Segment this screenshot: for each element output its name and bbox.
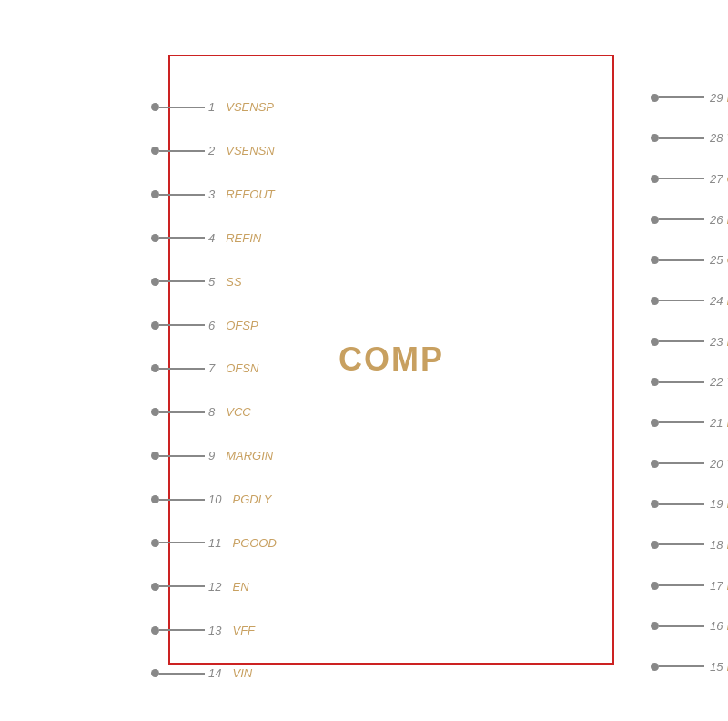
pin-line (159, 455, 205, 457)
pin-line (659, 503, 704, 505)
pin-number: 5 (208, 275, 215, 289)
pin-right-22: TSOC22 (651, 375, 728, 389)
pin-line (659, 381, 704, 383)
pin-right-29: EPAD29 (651, 91, 728, 105)
pin-line (159, 237, 205, 239)
pin-dot (651, 419, 659, 427)
pin-number: 3 (208, 188, 215, 201)
pin-dot (151, 190, 159, 198)
pin-number: 26 (710, 213, 723, 227)
pin-right-28: VDIFF28 (651, 131, 728, 145)
pin-number: 6 (208, 319, 215, 332)
pin-dot (151, 234, 159, 242)
pin-number: 17 (710, 579, 723, 593)
pin-line (159, 368, 205, 370)
pin-line (659, 178, 704, 179)
pin-left-13: 13VFF (151, 624, 255, 637)
pin-dot (651, 175, 659, 183)
pin-number: 21 (710, 416, 723, 430)
pin-dot (651, 582, 659, 590)
pin-dot (151, 278, 159, 286)
pin-line (159, 107, 205, 108)
pin-number: 25 (710, 253, 723, 267)
pin-dot (651, 297, 659, 305)
pin-name: MARGIN (226, 449, 273, 462)
pin-name: OFSN (226, 361, 258, 375)
pin-dot (651, 94, 659, 102)
pin-line (659, 96, 704, 98)
pin-left-3: 3REFOUT (151, 188, 275, 201)
pin-line (159, 542, 205, 543)
pin-left-6: 6OFSP (151, 319, 258, 332)
pin-right-26: FB26 (651, 213, 728, 227)
pin-number: 13 (208, 624, 221, 637)
pin-number: 2 (208, 144, 215, 157)
pin-line (659, 137, 704, 139)
pin-right-16: PVCC16 (651, 619, 728, 633)
pin-line (659, 543, 704, 545)
pin-dot (151, 669, 159, 677)
pin-left-5: 5SS (151, 275, 242, 289)
pin-line (659, 300, 704, 301)
pin-left-14: 14VIN (151, 666, 252, 680)
pin-line (659, 218, 704, 220)
pin-right-25: COMP25 (651, 253, 728, 267)
pin-dot (151, 103, 159, 111)
pin-number: 24 (710, 294, 723, 308)
pin-number: 27 (710, 172, 723, 186)
pin-line (159, 324, 205, 326)
pin-number: 20 (710, 457, 723, 471)
pin-number: 18 (710, 538, 723, 552)
pin-name: VIN (232, 666, 252, 680)
pin-dot (651, 622, 659, 630)
pin-line (659, 462, 704, 464)
pin-left-10: 10PGDLY (151, 493, 271, 506)
pin-number: 19 (710, 497, 723, 511)
pin-line (659, 340, 704, 342)
pin-line (159, 629, 205, 631)
pin-right-19: LX19 (651, 497, 728, 511)
pin-name: SS (226, 275, 241, 289)
pin-name: VSENSP (226, 100, 274, 114)
pin-dot (651, 134, 659, 142)
pin-number: 14 (208, 666, 221, 680)
pin-name: OFSP (226, 319, 258, 332)
pin-dot (151, 364, 159, 372)
pin-line (159, 194, 205, 196)
pin-line (159, 673, 205, 675)
pin-dot (151, 495, 159, 503)
pin-number: 8 (208, 405, 215, 419)
pin-number: 7 (208, 361, 215, 375)
pin-number: 23 (710, 335, 723, 349)
pin-line (159, 585, 205, 587)
chip-container: COMP 1VSENSP2VSENSN3REFOUT4REFIN5SS6OFSP… (36, 27, 692, 692)
pin-number: 9 (208, 449, 215, 462)
pin-dot (151, 147, 159, 155)
pin-number: 12 (208, 580, 221, 594)
pin-dot (151, 626, 159, 635)
pin-left-7: 7OFSN (151, 361, 258, 375)
pin-number: 22 (710, 375, 723, 389)
pin-left-2: 2VSENSN (151, 144, 275, 157)
pin-dot (651, 338, 659, 346)
pin-right-20: TGATE20 (651, 457, 728, 471)
pin-left-11: 11PGOOD (151, 536, 277, 550)
pin-dot (651, 500, 659, 508)
pin-dot (651, 663, 659, 671)
pin-line (159, 280, 205, 282)
pin-number: 4 (208, 231, 215, 245)
pin-left-1: 1VSENSP (151, 100, 274, 114)
pin-right-24: FSET24 (651, 294, 728, 308)
pin-name: REFOUT (226, 188, 274, 201)
pin-dot (651, 216, 659, 224)
pin-name: EN (232, 580, 248, 594)
pin-line (159, 411, 205, 413)
pin-number: 1 (208, 100, 215, 114)
pin-right-17: BGATE17 (651, 579, 728, 593)
pin-number: 11 (208, 536, 221, 550)
pin-name: REFIN (226, 231, 261, 245)
pin-name: PGOOD (232, 536, 276, 550)
pin-dot (651, 460, 659, 468)
pin-dot (151, 321, 159, 330)
pin-line (659, 259, 704, 261)
